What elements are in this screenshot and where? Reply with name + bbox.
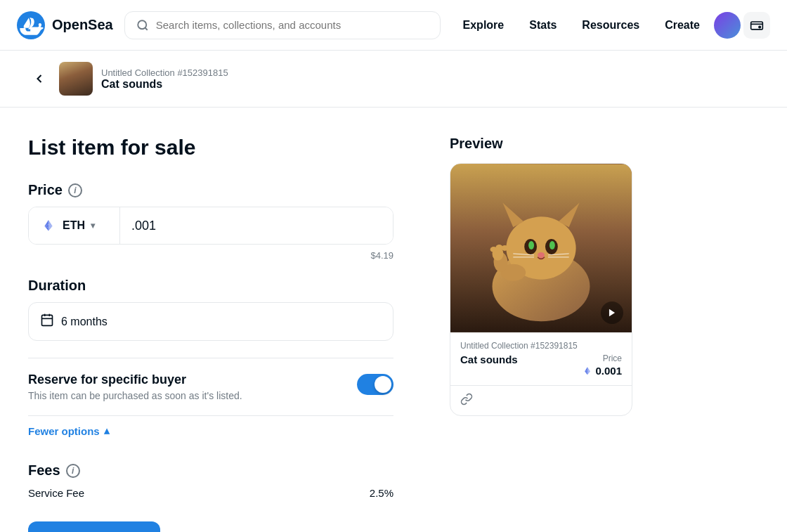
user-avatar[interactable] — [714, 12, 741, 39]
service-fee-value: 2.5% — [370, 487, 393, 499]
price-usd-equiv: $4.19 — [28, 250, 393, 261]
main-content: List item for sale Price i ETH — [0, 108, 787, 532]
currency-value: ETH — [63, 219, 85, 232]
service-fee-label: Service Fee — [28, 487, 84, 499]
opensea-name: OpenSea — [52, 17, 113, 33]
duration-section: Duration 6 months — [28, 278, 393, 341]
opensea-logo[interactable]: OpenSea — [17, 11, 113, 39]
chevron-up-icon: ▴ — [104, 424, 110, 437]
reserve-row: Reserve for specific buyer This item can… — [28, 372, 393, 401]
create-link[interactable]: Create — [653, 12, 711, 39]
duration-value: 6 months — [61, 316, 108, 328]
reserve-info: Reserve for specific buyer This item can… — [28, 372, 346, 401]
service-fee-row: Service Fee 2.5% — [28, 487, 393, 499]
resources-link[interactable]: Resources — [571, 12, 651, 39]
stats-link[interactable]: Stats — [518, 12, 568, 39]
svg-point-24 — [538, 252, 545, 258]
fees-section-header: Fees i — [28, 462, 393, 479]
preview-nft-image — [450, 164, 632, 332]
duration-selector[interactable]: 6 months — [28, 302, 393, 341]
page-title: List item for sale — [28, 136, 393, 160]
svg-point-1 — [138, 20, 146, 29]
nav-links: Explore Stats Resources Create — [452, 12, 770, 39]
opensea-logo-icon — [17, 11, 45, 39]
price-amount-input[interactable] — [120, 207, 393, 244]
fees-section: Fees i Service Fee 2.5% — [28, 462, 393, 499]
currency-chevron-icon: ▾ — [91, 221, 95, 231]
search-bar[interactable] — [124, 11, 441, 39]
wallet-icon[interactable] — [743, 12, 770, 39]
breadcrumb-text: Untitled Collection #152391815 Cat sound… — [101, 67, 228, 91]
navbar: OpenSea Explore Stats Resources Create — [0, 0, 787, 51]
fewer-options-toggle[interactable]: Fewer options ▴ — [28, 415, 393, 446]
breadcrumb-thumbnail — [59, 62, 93, 96]
calendar-icon — [40, 313, 54, 330]
right-panel: Preview — [450, 136, 661, 532]
breadcrumb-item-name: Cat sounds — [101, 78, 228, 91]
reserve-toggle[interactable] — [357, 374, 393, 395]
toggle-knob — [375, 376, 391, 393]
currency-selector[interactable]: ETH ▾ — [29, 207, 120, 244]
price-info-icon[interactable]: i — [68, 183, 82, 197]
svg-rect-3 — [751, 22, 763, 30]
price-section-header: Price i — [28, 182, 393, 198]
back-button[interactable] — [28, 67, 51, 90]
preview-card: Untitled Collection #152391815 Cat sound… — [450, 163, 632, 416]
preview-price-label: Price — [583, 353, 622, 363]
complete-listing-button[interactable]: Complete listing — [28, 521, 160, 532]
preview-name-price-row: Cat sounds Price 0 — [460, 353, 622, 377]
fees-label: Fees — [28, 462, 60, 479]
preview-price-value: 0.001 — [583, 365, 622, 377]
svg-marker-35 — [609, 309, 615, 317]
preview-info: Untitled Collection #152391815 Cat sound… — [450, 332, 632, 385]
link-icon — [460, 393, 473, 408]
svg-rect-11 — [42, 315, 53, 325]
preview-footer — [450, 385, 632, 415]
reserve-section: Reserve for specific buyer This item can… — [28, 358, 393, 401]
svg-point-22 — [528, 241, 534, 249]
price-input-row: ETH ▾ — [28, 207, 393, 245]
svg-line-2 — [145, 27, 147, 30]
preview-title: Preview — [450, 136, 661, 152]
explore-link[interactable]: Explore — [452, 12, 516, 39]
breadcrumb-collection: Untitled Collection #152391815 — [101, 67, 228, 78]
svg-point-34 — [501, 245, 508, 251]
breadcrumb: Untitled Collection #152391815 Cat sound… — [0, 51, 787, 108]
play-button[interactable] — [601, 301, 623, 324]
eth-price-icon — [583, 366, 592, 376]
svg-point-23 — [549, 241, 555, 249]
fewer-options-label: Fewer options — [28, 425, 100, 437]
duration-label: Duration — [28, 278, 393, 294]
eth-icon — [40, 217, 57, 234]
preview-price-block: Price 0.001 — [583, 353, 622, 377]
preview-nft-name: Cat sounds — [460, 353, 518, 365]
reserve-description: This item can be purchased as soon as it… — [28, 390, 346, 401]
reserve-title: Reserve for specific buyer — [28, 372, 346, 387]
preview-collection-name: Untitled Collection #152391815 — [460, 341, 622, 351]
search-input[interactable] — [156, 19, 429, 31]
svg-point-4 — [759, 26, 761, 28]
price-label: Price — [28, 182, 63, 198]
fees-info-icon[interactable]: i — [66, 464, 80, 478]
left-panel: List item for sale Price i ETH — [28, 136, 393, 532]
search-icon — [136, 19, 149, 32]
